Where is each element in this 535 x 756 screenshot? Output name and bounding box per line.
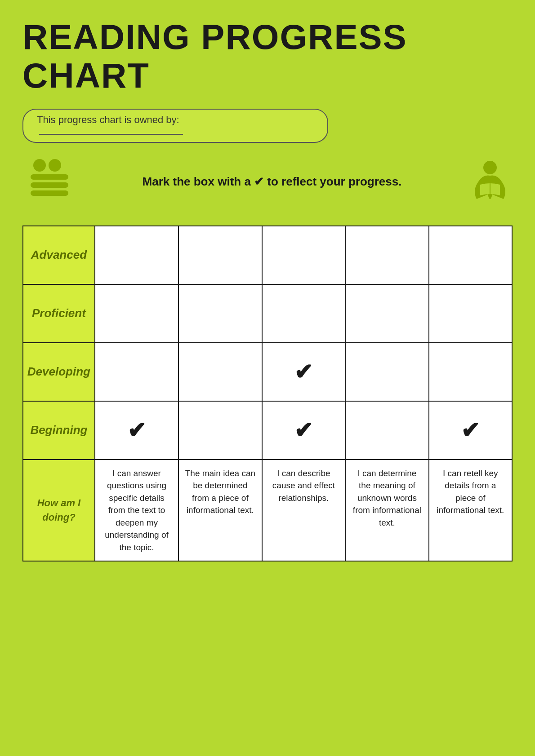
description-cell-4: I can retell key details from a piece of… — [429, 460, 512, 561]
description-cell-3: I can determine the meaning of unknown w… — [345, 460, 428, 561]
cell-proficient-2[interactable] — [262, 284, 346, 343]
cell-advanced-3[interactable] — [345, 226, 428, 284]
row-label-developing: Developing — [23, 343, 95, 401]
svg-rect-4 — [31, 190, 68, 196]
cell-developing-2[interactable]: ✔ — [262, 343, 346, 401]
cell-beginning-1[interactable] — [178, 401, 262, 460]
row-label-beginning: Beginning — [23, 401, 95, 460]
cell-developing-3[interactable] — [345, 343, 428, 401]
page-title: READING PROGRESS CHART — [22, 18, 513, 95]
cell-beginning-0[interactable]: ✔ — [95, 401, 178, 460]
header-row: Mark the box with a ✔ to reflect your pr… — [22, 156, 513, 208]
cell-proficient-4[interactable] — [429, 284, 512, 343]
cell-beginning-2[interactable]: ✔ — [262, 401, 346, 460]
cell-beginning-4[interactable]: ✔ — [429, 401, 512, 460]
description-cell-2: I can describe cause and effect relation… — [262, 460, 346, 561]
owner-box: This progress chart is owned by: — [22, 109, 328, 143]
description-cell-1: The main idea can be determined from a p… — [178, 460, 262, 561]
cell-advanced-4[interactable] — [429, 226, 512, 284]
svg-rect-2 — [31, 174, 68, 180]
instruction-text: Mark the box with a ✔ to reflect your pr… — [85, 175, 459, 189]
svg-rect-3 — [31, 182, 68, 188]
cell-proficient-1[interactable] — [178, 284, 262, 343]
reader-icon — [468, 159, 513, 205]
cell-developing-1[interactable] — [178, 343, 262, 401]
teacher-icon — [22, 156, 76, 208]
checkmark-icon: ✔ — [294, 418, 313, 443]
cell-beginning-3[interactable] — [345, 401, 428, 460]
svg-point-1 — [49, 159, 61, 172]
cell-advanced-1[interactable] — [178, 226, 262, 284]
cell-developing-0[interactable] — [95, 343, 178, 401]
how-am-i-label: How am I doing? — [23, 460, 95, 561]
description-cell-0: I can answer questions using specific de… — [95, 460, 178, 561]
cell-proficient-0[interactable] — [95, 284, 178, 343]
owner-label: This progress chart is owned by: — [37, 114, 179, 125]
progress-table: AdvancedProficientDeveloping✔Beginning✔✔… — [22, 225, 513, 562]
cell-proficient-3[interactable] — [345, 284, 428, 343]
checkmark-icon: ✔ — [127, 418, 146, 443]
svg-point-0 — [33, 159, 46, 172]
cell-developing-4[interactable] — [429, 343, 512, 401]
row-label-proficient: Proficient — [23, 284, 95, 343]
cell-advanced-0[interactable] — [95, 226, 178, 284]
row-label-advanced: Advanced — [23, 226, 95, 284]
checkmark-icon: ✔ — [461, 418, 480, 443]
cell-advanced-2[interactable] — [262, 226, 346, 284]
checkmark-icon: ✔ — [294, 359, 313, 385]
svg-point-5 — [483, 161, 497, 174]
